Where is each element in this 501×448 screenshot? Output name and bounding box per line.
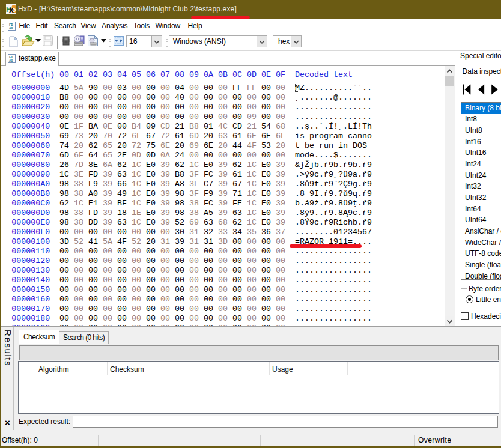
svg-text:x: x — [9, 5, 14, 14]
svg-text:A0: A0 — [9, 59, 13, 63]
svg-text:A0: A0 — [9, 26, 13, 31]
